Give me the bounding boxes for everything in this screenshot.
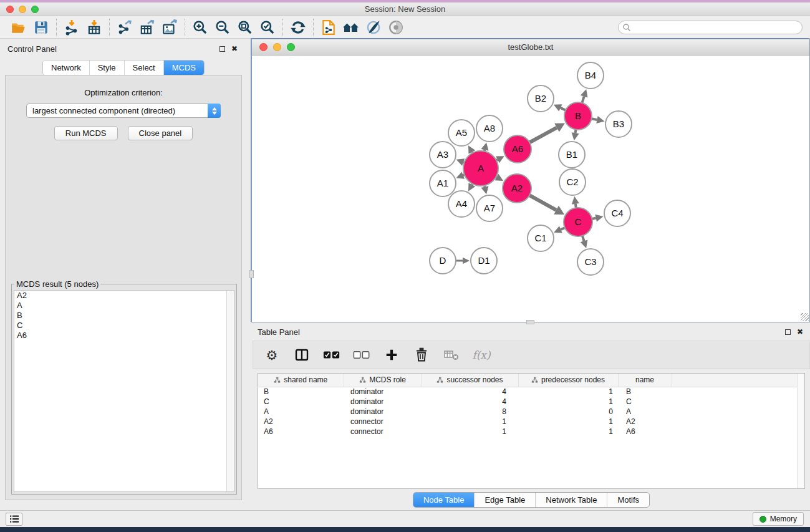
graph-node-label: C2 bbox=[566, 177, 578, 187]
table-body[interactable]: Bdominator41BCdominator41CAdominator80AA… bbox=[258, 387, 804, 437]
table-cell[interactable]: A2 bbox=[618, 417, 672, 427]
table-header[interactable]: shared nameMCDS rolesuccessor nodesprede… bbox=[258, 374, 804, 387]
table-cell[interactable]: 1 bbox=[518, 387, 618, 397]
graph-edge[interactable] bbox=[561, 108, 566, 110]
run-mcds-button[interactable]: Run MCDS bbox=[54, 126, 118, 140]
import-table-icon[interactable] bbox=[85, 19, 103, 36]
table-cell[interactable]: 1 bbox=[422, 427, 518, 437]
table-cell[interactable]: connector bbox=[344, 417, 422, 427]
criterion-select[interactable]: largest connected component (directed) bbox=[26, 104, 221, 118]
table-cell[interactable]: 1 bbox=[518, 397, 618, 407]
export-table-icon[interactable] bbox=[138, 19, 156, 36]
table-cell[interactable]: C bbox=[618, 397, 672, 407]
mcds-result-item[interactable]: A6 bbox=[14, 331, 234, 341]
zoom-out-icon[interactable] bbox=[214, 19, 231, 36]
resize-grip-icon[interactable] bbox=[801, 313, 809, 321]
mcds-result-item[interactable]: C bbox=[14, 321, 234, 331]
table-cell[interactable]: A bbox=[258, 407, 344, 417]
mcds-result-list[interactable]: A2ABCA6 bbox=[14, 290, 234, 492]
export-network-icon[interactable] bbox=[116, 19, 133, 36]
float-table-panel-icon[interactable] bbox=[783, 327, 793, 337]
mcds-result-item[interactable]: A bbox=[14, 301, 234, 311]
mcds-result-item[interactable]: A2 bbox=[14, 291, 234, 301]
function-builder-icon[interactable]: f(x) bbox=[473, 346, 490, 364]
table-cell[interactable]: A6 bbox=[258, 427, 344, 437]
graph-edge[interactable] bbox=[592, 118, 597, 120]
delete-column-icon[interactable] bbox=[413, 346, 430, 364]
refresh-layout-icon[interactable] bbox=[289, 19, 307, 36]
open-session-icon[interactable] bbox=[10, 19, 27, 36]
search-input[interactable] bbox=[631, 22, 802, 33]
table-row[interactable]: Bdominator41B bbox=[258, 387, 804, 397]
task-history-button[interactable] bbox=[6, 513, 22, 526]
graphics-details-icon[interactable] bbox=[365, 19, 382, 36]
table-row[interactable]: A2connector11A2 bbox=[258, 417, 804, 427]
delete-table-icon[interactable] bbox=[443, 346, 460, 364]
import-network-icon[interactable] bbox=[63, 19, 80, 36]
tab-select[interactable]: Select bbox=[124, 60, 163, 75]
show-columns-icon[interactable] bbox=[293, 346, 311, 364]
table-cell[interactable]: C bbox=[258, 397, 344, 407]
mcds-list-scrollbar[interactable] bbox=[226, 291, 234, 491]
table-cell[interactable]: B bbox=[618, 387, 672, 397]
close-table-panel-icon[interactable]: ✖ bbox=[795, 327, 805, 337]
graph-edge[interactable] bbox=[582, 236, 584, 241]
close-panel-button[interactable]: Close panel bbox=[128, 126, 193, 140]
graph-edge[interactable] bbox=[582, 97, 584, 103]
export-image-icon[interactable] bbox=[161, 19, 178, 36]
select-all-icon[interactable] bbox=[323, 346, 340, 364]
column-header[interactable]: name bbox=[618, 374, 672, 387]
table-cell[interactable]: 8 bbox=[422, 407, 518, 417]
table-cell[interactable]: dominator bbox=[344, 407, 422, 417]
table-scrollbar[interactable] bbox=[797, 374, 804, 488]
graph-edge[interactable] bbox=[529, 128, 557, 143]
table-cell[interactable]: A bbox=[618, 407, 672, 417]
graph-edge-arrowhead bbox=[581, 89, 588, 97]
table-row[interactable]: Cdominator41C bbox=[258, 397, 804, 407]
graph-edge[interactable] bbox=[561, 228, 565, 230]
tab-mcds[interactable]: MCDS bbox=[163, 60, 204, 75]
tab-node-table[interactable]: Node Table bbox=[413, 493, 475, 507]
mcds-result-item[interactable]: B bbox=[14, 311, 234, 321]
tab-motifs[interactable]: Motifs bbox=[607, 493, 649, 507]
birdseye-icon[interactable] bbox=[387, 19, 405, 36]
table-cell[interactable]: 4 bbox=[422, 397, 518, 407]
tab-style[interactable]: Style bbox=[89, 60, 124, 75]
column-header[interactable]: shared name bbox=[258, 374, 344, 387]
birdseye-handle-left[interactable] bbox=[249, 270, 254, 278]
zoom-selected-icon[interactable] bbox=[259, 19, 276, 36]
graph-edge[interactable] bbox=[529, 195, 556, 210]
memory-button[interactable]: Memory bbox=[753, 512, 804, 526]
add-column-icon[interactable] bbox=[383, 346, 400, 364]
tab-network[interactable]: Network bbox=[43, 60, 89, 75]
home-icon[interactable] bbox=[342, 19, 360, 36]
table-row[interactable]: Adominator80A bbox=[258, 407, 804, 417]
close-panel-icon[interactable]: ✖ bbox=[229, 44, 239, 54]
table-options-icon[interactable]: ⚙ bbox=[263, 346, 281, 364]
table-cell[interactable]: connector bbox=[344, 427, 422, 437]
table-cell[interactable]: dominator bbox=[344, 397, 422, 407]
column-header[interactable]: predecessor nodes bbox=[518, 374, 618, 387]
table-row[interactable]: A6connector11A6 bbox=[258, 427, 804, 437]
tab-network-table[interactable]: Network Table bbox=[535, 493, 607, 507]
tab-edge-table[interactable]: Edge Table bbox=[474, 493, 535, 507]
table-cell[interactable]: A6 bbox=[618, 427, 672, 437]
table-cell[interactable]: B bbox=[258, 387, 344, 397]
table-cell[interactable]: 1 bbox=[422, 417, 518, 427]
column-header[interactable]: MCDS role bbox=[344, 374, 422, 387]
zoom-in-icon[interactable] bbox=[191, 19, 209, 36]
table-cell[interactable]: A2 bbox=[258, 417, 344, 427]
column-header[interactable]: successor nodes bbox=[422, 374, 518, 387]
birdseye-handle-bottom[interactable] bbox=[526, 320, 534, 324]
save-session-icon[interactable] bbox=[32, 19, 50, 36]
table-cell[interactable]: 1 bbox=[518, 427, 618, 437]
table-cell[interactable]: 4 bbox=[422, 387, 518, 397]
zoom-fit-icon[interactable] bbox=[236, 19, 254, 36]
table-cell[interactable]: 1 bbox=[518, 417, 618, 427]
network-canvas[interactable]: B4B2BB3A5A8A6A3B1AC2A1A2A4A7C4CC1C3DD1 bbox=[252, 56, 809, 322]
table-cell[interactable]: 0 bbox=[518, 407, 618, 417]
table-cell[interactable]: dominator bbox=[344, 387, 422, 397]
deselect-all-icon[interactable] bbox=[353, 346, 370, 364]
float-panel-icon[interactable] bbox=[217, 44, 227, 54]
network-document-icon[interactable] bbox=[320, 19, 337, 36]
